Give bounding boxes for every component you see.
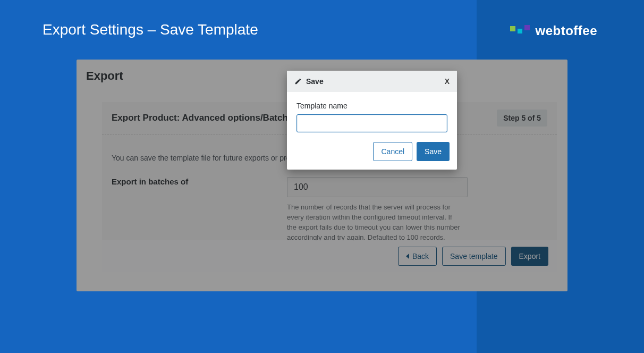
cancel-button-label: Cancel (381, 147, 404, 156)
brand-squares-icon (510, 28, 530, 33)
close-icon[interactable]: X (445, 77, 450, 86)
modal-header: Save X (287, 71, 457, 92)
page-title: Export Settings – Save Template (43, 21, 258, 38)
pencil-icon (294, 78, 302, 85)
brand-logo: webtoffee (510, 23, 597, 38)
save-button[interactable]: Save (417, 142, 450, 161)
save-button-label: Save (425, 147, 442, 156)
template-name-input[interactable] (296, 114, 447, 132)
brand-name: webtoffee (535, 23, 597, 38)
modal-title: Save (306, 77, 324, 86)
template-name-label: Template name (296, 102, 447, 110)
cancel-button[interactable]: Cancel (373, 142, 412, 161)
save-template-modal: Save X Template name Cancel Save (287, 71, 457, 170)
